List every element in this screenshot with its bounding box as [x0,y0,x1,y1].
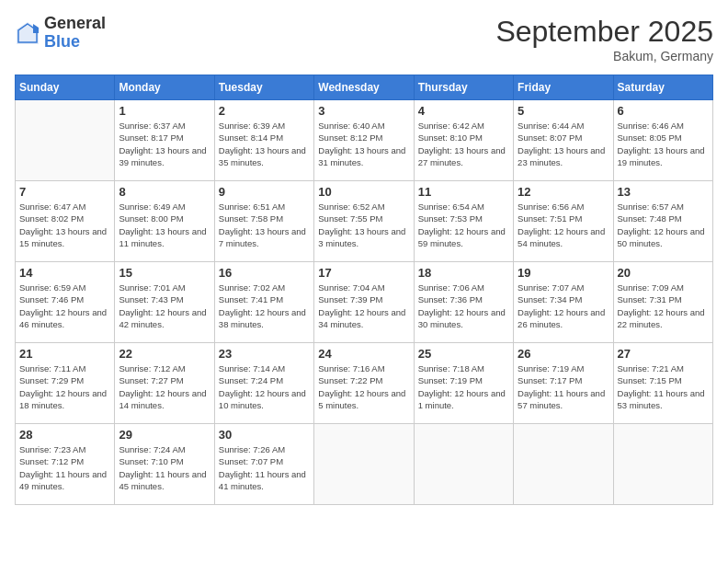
day-number: 28 [19,428,110,442]
day-info: Sunrise: 6:47 AM Sunset: 8:02 PM Dayligh… [19,201,110,249]
day-header-wednesday: Wednesday [314,75,414,100]
day-number: 12 [518,185,609,199]
day-number: 24 [318,347,409,361]
calendar-cell: 17Sunrise: 7:04 AM Sunset: 7:39 PM Dayli… [314,262,414,343]
calendar-cell [613,424,712,505]
day-number: 21 [19,347,110,361]
logo-text: General Blue [44,15,106,52]
calendar-cell: 4Sunrise: 6:42 AM Sunset: 8:10 PM Daylig… [414,100,513,181]
day-header-sunday: Sunday [16,75,115,100]
calendar-cell: 29Sunrise: 7:24 AM Sunset: 7:10 PM Dayli… [115,424,214,505]
calendar-cell [314,424,414,505]
day-info: Sunrise: 6:39 AM Sunset: 8:14 PM Dayligh… [219,120,310,168]
day-number: 29 [119,428,210,442]
calendar-cell: 8Sunrise: 6:49 AM Sunset: 8:00 PM Daylig… [115,181,214,262]
calendar-cell [16,100,115,181]
day-info: Sunrise: 6:52 AM Sunset: 7:55 PM Dayligh… [318,201,409,249]
page-header: General Blue September 2025 Bakum, Germa… [15,15,713,63]
day-info: Sunrise: 6:46 AM Sunset: 8:05 PM Dayligh… [618,120,709,168]
day-number: 11 [418,185,509,199]
day-info: Sunrise: 6:56 AM Sunset: 7:51 PM Dayligh… [518,201,609,249]
calendar-cell: 2Sunrise: 6:39 AM Sunset: 8:14 PM Daylig… [214,100,313,181]
day-number: 18 [418,266,509,280]
day-info: Sunrise: 7:11 AM Sunset: 7:29 PM Dayligh… [19,362,110,411]
day-number: 26 [518,347,609,361]
calendar-cell: 22Sunrise: 7:12 AM Sunset: 7:27 PM Dayli… [115,343,214,424]
day-header-friday: Friday [514,75,613,100]
logo: General Blue [15,15,106,52]
day-header-monday: Monday [115,75,214,100]
day-info: Sunrise: 6:42 AM Sunset: 8:10 PM Dayligh… [418,120,509,168]
day-number: 20 [618,266,709,280]
day-info: Sunrise: 7:12 AM Sunset: 7:27 PM Dayligh… [119,362,210,411]
day-info: Sunrise: 7:18 AM Sunset: 7:19 PM Dayligh… [418,362,509,411]
calendar-cell: 16Sunrise: 7:02 AM Sunset: 7:41 PM Dayli… [214,262,313,343]
calendar-cell: 11Sunrise: 6:54 AM Sunset: 7:53 PM Dayli… [414,181,513,262]
day-number: 16 [219,266,310,280]
day-number: 25 [418,347,509,361]
day-info: Sunrise: 6:44 AM Sunset: 8:07 PM Dayligh… [518,120,609,168]
calendar-cell: 25Sunrise: 7:18 AM Sunset: 7:19 PM Dayli… [414,343,513,424]
day-number: 9 [219,185,310,199]
day-header-thursday: Thursday [414,75,513,100]
day-info: Sunrise: 7:14 AM Sunset: 7:24 PM Dayligh… [219,362,310,411]
day-header-tuesday: Tuesday [214,75,313,100]
calendar-cell: 23Sunrise: 7:14 AM Sunset: 7:24 PM Dayli… [214,343,313,424]
day-number: 22 [119,347,210,361]
week-row-3: 21Sunrise: 7:11 AM Sunset: 7:29 PM Dayli… [16,343,713,424]
calendar-cell: 24Sunrise: 7:16 AM Sunset: 7:22 PM Dayli… [314,343,414,424]
calendar-cell: 14Sunrise: 6:59 AM Sunset: 7:46 PM Dayli… [16,262,115,343]
day-number: 6 [618,104,709,118]
day-number: 14 [19,266,110,280]
day-info: Sunrise: 7:19 AM Sunset: 7:17 PM Dayligh… [518,362,609,411]
day-number: 8 [119,185,210,199]
day-number: 3 [318,104,409,118]
week-row-0: 1Sunrise: 6:37 AM Sunset: 8:17 PM Daylig… [16,100,713,181]
logo-general: General [44,15,106,33]
day-number: 30 [219,428,310,442]
day-info: Sunrise: 7:04 AM Sunset: 7:39 PM Dayligh… [318,282,409,330]
day-number: 2 [219,104,310,118]
calendar-cell: 1Sunrise: 6:37 AM Sunset: 8:17 PM Daylig… [115,100,214,181]
calendar-cell [514,424,613,505]
day-info: Sunrise: 6:51 AM Sunset: 7:58 PM Dayligh… [219,201,310,249]
day-number: 1 [119,104,210,118]
day-info: Sunrise: 7:01 AM Sunset: 7:43 PM Dayligh… [119,282,210,330]
week-row-2: 14Sunrise: 6:59 AM Sunset: 7:46 PM Dayli… [16,262,713,343]
svg-marker-2 [33,24,39,33]
day-number: 4 [418,104,509,118]
calendar-cell: 6Sunrise: 6:46 AM Sunset: 8:05 PM Daylig… [613,100,712,181]
day-info: Sunrise: 6:54 AM Sunset: 7:53 PM Dayligh… [418,201,509,249]
day-header-saturday: Saturday [613,75,712,100]
day-number: 27 [618,347,709,361]
calendar-cell: 21Sunrise: 7:11 AM Sunset: 7:29 PM Dayli… [16,343,115,424]
day-info: Sunrise: 7:21 AM Sunset: 7:15 PM Dayligh… [618,362,709,411]
day-info: Sunrise: 7:24 AM Sunset: 7:10 PM Dayligh… [119,443,210,492]
calendar-cell: 3Sunrise: 6:40 AM Sunset: 8:12 PM Daylig… [314,100,414,181]
calendar-cell: 28Sunrise: 7:23 AM Sunset: 7:12 PM Dayli… [16,424,115,505]
day-info: Sunrise: 7:07 AM Sunset: 7:34 PM Dayligh… [518,282,609,330]
calendar-cell: 27Sunrise: 7:21 AM Sunset: 7:15 PM Dayli… [613,343,712,424]
calendar-cell: 26Sunrise: 7:19 AM Sunset: 7:17 PM Dayli… [514,343,613,424]
week-row-1: 7Sunrise: 6:47 AM Sunset: 8:02 PM Daylig… [16,181,713,262]
calendar-cell: 12Sunrise: 6:56 AM Sunset: 7:51 PM Dayli… [514,181,613,262]
day-number: 7 [19,185,110,199]
day-info: Sunrise: 7:23 AM Sunset: 7:12 PM Dayligh… [19,443,110,492]
day-info: Sunrise: 7:06 AM Sunset: 7:36 PM Dayligh… [418,282,509,330]
calendar-cell: 5Sunrise: 6:44 AM Sunset: 8:07 PM Daylig… [514,100,613,181]
day-info: Sunrise: 6:59 AM Sunset: 7:46 PM Dayligh… [19,282,110,330]
month-title: September 2025 [495,15,713,49]
day-number: 13 [618,185,709,199]
day-number: 5 [518,104,609,118]
calendar-cell: 13Sunrise: 6:57 AM Sunset: 7:48 PM Dayli… [613,181,712,262]
title-block: September 2025 Bakum, Germany [495,15,713,63]
calendar-cell: 10Sunrise: 6:52 AM Sunset: 7:55 PM Dayli… [314,181,414,262]
calendar-cell: 30Sunrise: 7:26 AM Sunset: 7:07 PM Dayli… [214,424,313,505]
calendar-cell: 9Sunrise: 6:51 AM Sunset: 7:58 PM Daylig… [214,181,313,262]
day-info: Sunrise: 7:09 AM Sunset: 7:31 PM Dayligh… [618,282,709,330]
logo-blue: Blue [44,33,106,52]
calendar-cell: 19Sunrise: 7:07 AM Sunset: 7:34 PM Dayli… [514,262,613,343]
day-headers-row: SundayMondayTuesdayWednesdayThursdayFrid… [16,75,713,100]
day-number: 23 [219,347,310,361]
logo-icon [15,20,40,46]
